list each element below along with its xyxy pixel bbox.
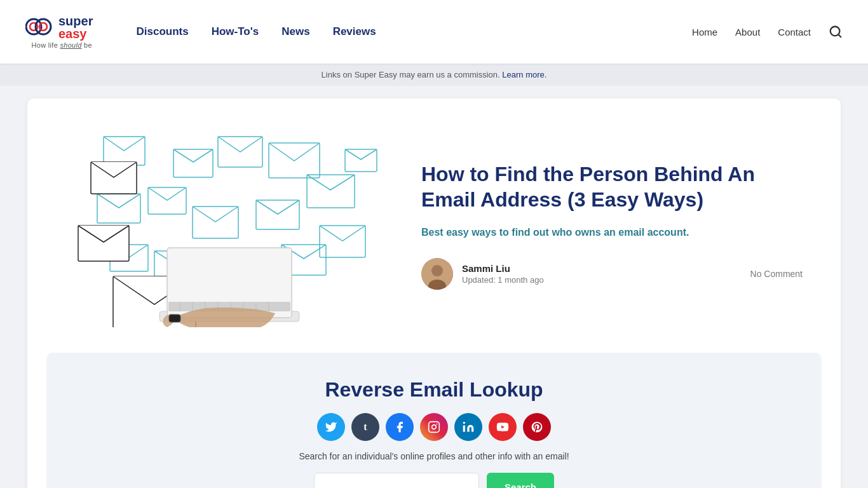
search-button[interactable] [829, 25, 843, 39]
author-info: Sammi Liu Updated: 1 month ago [462, 263, 742, 285]
commission-banner: Links on Super Easy may earn us a commis… [0, 64, 868, 86]
author-name: Sammi Liu [462, 263, 742, 274]
article-title: How to Find the Person Behind An Email A… [421, 161, 803, 212]
no-comment: No Comment [750, 269, 803, 279]
search-row: Search [59, 473, 809, 488]
tumblr-icon[interactable]: t [351, 413, 379, 441]
brand-super: super [58, 15, 93, 27]
twitter-icon[interactable] [317, 413, 345, 441]
reverse-lookup-title: Reverse Email Lookup [59, 378, 809, 402]
svg-line-5 [838, 34, 841, 37]
linkedin-icon[interactable] [454, 413, 482, 441]
nav-right: Home About Contact [692, 25, 843, 39]
article-subtitle: Best easy ways to find out who owns an e… [421, 225, 803, 240]
commission-text: Links on Super Easy may earn us a commis… [322, 70, 500, 79]
nav-left: Discounts How-To's News Reviews [136, 25, 692, 38]
article-image [65, 124, 383, 327]
nav-home[interactable]: Home [692, 27, 717, 37]
nav-discounts[interactable]: Discounts [136, 25, 188, 38]
reverse-lookup-description: Search for an individual's online profil… [59, 451, 809, 461]
reverse-lookup-section: Reverse Email Lookup t S [46, 353, 822, 488]
article-meta: Sammi Liu Updated: 1 month ago No Commen… [421, 258, 803, 290]
facebook-icon[interactable] [386, 413, 414, 441]
svg-rect-40 [429, 422, 440, 433]
nav-contact[interactable]: Contact [778, 27, 811, 37]
search-submit-button[interactable]: Search [487, 473, 554, 488]
nav-news[interactable]: News [281, 25, 309, 38]
header: super easy How life should be Discounts … [0, 0, 868, 64]
author-avatar [421, 258, 453, 290]
pinterest-icon[interactable] [523, 413, 551, 441]
envelope-illustration [65, 124, 383, 327]
instagram-icon[interactable] [420, 413, 448, 441]
nav-reviews[interactable]: Reviews [333, 25, 376, 38]
logo[interactable]: super easy How life should be [25, 15, 98, 49]
learn-more-link[interactable]: Learn more. [502, 70, 546, 79]
social-icons-row: t [59, 413, 809, 441]
author-updated: Updated: 1 month ago [462, 275, 742, 285]
nav-about[interactable]: About [735, 27, 760, 37]
search-icon [829, 25, 843, 39]
article-hero: How to Find the Person Behind An Email A… [27, 98, 841, 353]
main-container: How to Find the Person Behind An Email A… [27, 98, 841, 488]
article-content: How to Find the Person Behind An Email A… [421, 161, 803, 290]
youtube-icon[interactable] [489, 413, 517, 441]
logo-svg [25, 15, 58, 39]
svg-point-38 [431, 265, 443, 276]
svg-point-42 [463, 422, 465, 424]
email-search-input[interactable] [314, 473, 479, 488]
brand-easy: easy [58, 27, 93, 40]
nav-howtos[interactable]: How-To's [212, 25, 259, 38]
logo-tagline: How life should be [32, 41, 92, 49]
svg-rect-36 [169, 315, 180, 322]
avatar-image [421, 258, 453, 290]
